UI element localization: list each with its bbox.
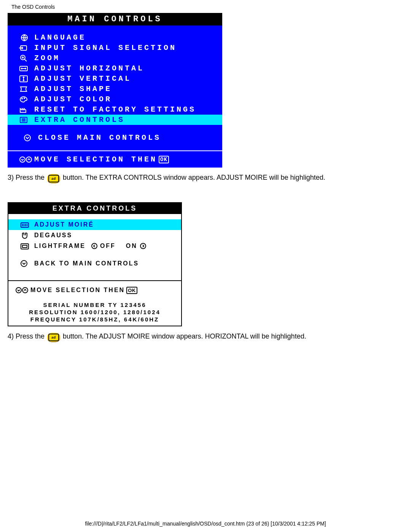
down-caret-circle-icon — [20, 260, 34, 267]
menu-label: ADJUST COLOR — [34, 95, 112, 104]
svg-point-6 — [24, 98, 25, 99]
step4-suffix: button. The ADJUST MOIRE window appears.… — [61, 332, 306, 340]
ok-button-icon: ad — [47, 173, 60, 183]
menu-item-adjust-vertical[interactable]: ADJUST VERTICAL — [8, 73, 222, 84]
updown-circles-icon — [15, 286, 30, 294]
palette-icon — [19, 96, 34, 103]
footer-text: MOVE SELECTION THEN — [34, 155, 157, 164]
menu-item-adjust-color[interactable]: ADJUST COLOR — [8, 94, 222, 104]
extra-footer-text: MOVE SELECTION THEN — [30, 287, 125, 294]
menu-item-zoom[interactable]: ZOOM — [8, 53, 222, 63]
step4-prefix: 4) Press the — [8, 332, 46, 340]
factory-icon — [19, 106, 34, 113]
left-caret-circle-icon — [91, 243, 98, 249]
magnet-icon — [20, 232, 34, 239]
globe-icon — [19, 34, 34, 42]
svg-point-5 — [22, 98, 22, 99]
lightframe-off: OFF — [100, 243, 116, 249]
step3-suffix: button. The EXTRA CONTROLS window appear… — [61, 174, 325, 181]
frequency-line: FREQUENCY 107K/85HZ, 64K/60HZ — [8, 316, 181, 323]
horizontal-arrows-icon — [19, 65, 34, 72]
extra-item-lightframe[interactable]: LIGHTFRAME OFF ON — [8, 241, 181, 251]
svg-point-16 — [21, 260, 27, 267]
menu-item-input-signal[interactable]: INPUT SIGNAL SELECTION — [8, 43, 222, 53]
extra-controls-title: EXTRA CONTROLS — [8, 203, 181, 214]
extra-label: LIGHTFRAME — [34, 243, 86, 249]
magnifier-icon — [19, 54, 34, 62]
main-controls-title: MAIN CONTROLS — [8, 13, 222, 26]
svg-point-10 — [26, 157, 32, 162]
ok-button-icon: ad — [47, 332, 60, 342]
menu-item-close[interactable]: CLOSE MAIN CONTROLS — [8, 132, 222, 144]
page-header: The OSD Controls — [0, 0, 411, 13]
arrow-in-icon — [19, 44, 34, 52]
menu-item-reset[interactable]: RESET TO FACTORY SETTINGS — [8, 104, 222, 115]
extra-footer: MOVE SELECTION THEN OK — [8, 281, 181, 301]
menu-item-adjust-horizontal[interactable]: ADJUST HORIZONTAL — [8, 63, 222, 73]
frame-icon — [20, 242, 34, 250]
close-label: CLOSE MAIN CONTROLS — [38, 133, 161, 142]
back-label: BACK TO MAIN CONTROLS — [34, 260, 139, 267]
step3-prefix: 3) Press the — [8, 174, 46, 181]
extra-info: SERIAL NUMBER TY 123456 RESOLUTION 1600/… — [8, 302, 181, 326]
extra-item-degauss[interactable]: DEGAUSS — [8, 230, 181, 241]
ok-outline-icon: OK — [126, 287, 137, 294]
list-icon — [19, 116, 34, 124]
ok-outline-icon: OK — [159, 156, 169, 163]
menu-label: ZOOM — [34, 54, 60, 62]
extra-label: DEGAUSS — [34, 232, 72, 239]
menu-label: ADJUST SHAPE — [34, 85, 112, 93]
serial-line: SERIAL NUMBER TY 123456 — [8, 302, 181, 308]
svg-point-15 — [140, 243, 146, 249]
moire-icon — [20, 221, 34, 228]
main-footer: MOVE SELECTION THEN OK — [8, 151, 222, 168]
menu-label: ADJUST VERTICAL — [34, 74, 131, 83]
menu-item-extra-controls[interactable]: EXTRA CONTROLS — [8, 115, 222, 125]
resolution-line: RESOLUTION 1600/1200, 1280/1024 — [8, 309, 181, 315]
svg-point-8 — [24, 135, 30, 141]
extra-controls-panel: EXTRA CONTROLS ADJUST MOIRÉ DEGAUSS LIGH… — [8, 202, 182, 326]
updown-circles-icon — [19, 156, 34, 163]
svg-point-9 — [20, 157, 25, 162]
right-caret-circle-icon — [140, 243, 147, 249]
lightframe-on: ON — [126, 243, 137, 249]
menu-item-language[interactable]: LANGUAGE — [8, 32, 222, 43]
down-caret-circle-icon — [23, 134, 38, 142]
shape-icon — [19, 85, 34, 93]
menu-label: INPUT SIGNAL SELECTION — [34, 43, 177, 52]
menu-label: ADJUST HORIZONTAL — [34, 64, 144, 73]
extra-label: ADJUST MOIRÉ — [34, 221, 94, 228]
main-controls-panel: MAIN CONTROLS LANGUAGE INPUT SIGNAL SELE… — [8, 13, 222, 168]
extra-item-back[interactable]: BACK TO MAIN CONTROLS — [8, 258, 181, 269]
page-footer-path: file:///D|/rita/LF2/LF2/LFa1/multi_manua… — [0, 521, 411, 527]
svg-point-14 — [92, 243, 97, 249]
menu-label: LANGUAGE — [34, 33, 86, 42]
instruction-step-4: 4) Press the ad button. The ADJUST MOIRE… — [0, 326, 411, 342]
svg-point-18 — [22, 288, 28, 293]
vertical-arrows-icon — [19, 75, 34, 83]
svg-rect-13 — [22, 245, 27, 248]
instruction-step-3: 3) Press the ad button. The EXTRA CONTRO… — [0, 168, 411, 183]
menu-label: EXTRA CONTROLS — [34, 115, 125, 124]
menu-label: RESET TO FACTORY SETTINGS — [34, 105, 196, 114]
extra-item-adjust-moire[interactable]: ADJUST MOIRÉ — [8, 219, 181, 230]
menu-item-adjust-shape[interactable]: ADJUST SHAPE — [8, 84, 222, 94]
svg-point-17 — [16, 288, 21, 293]
